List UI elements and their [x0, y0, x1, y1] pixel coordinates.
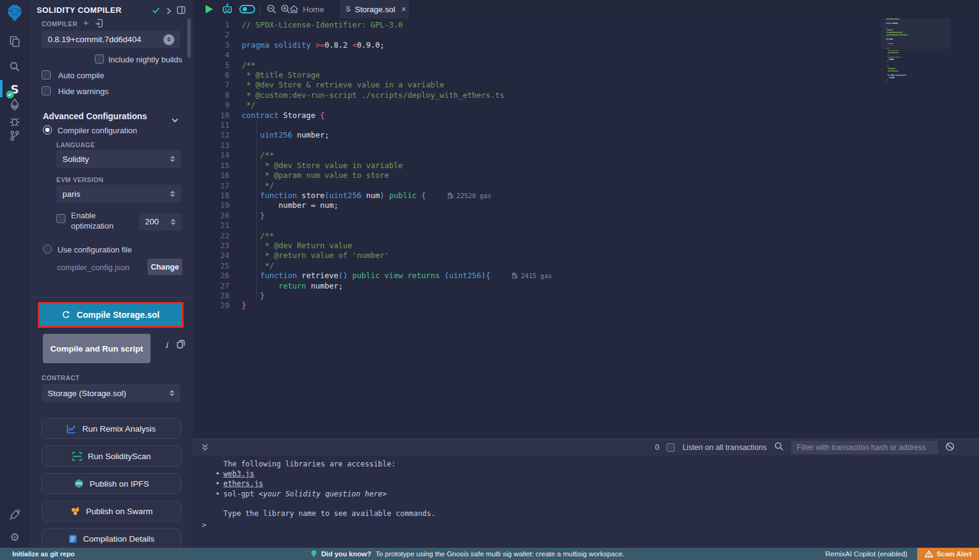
file-explorer-icon[interactable]: [0, 35, 29, 48]
terminal-link[interactable]: ethers.js: [223, 479, 263, 488]
compile-button[interactable]: Compile Storage.sol: [40, 304, 182, 326]
code-line[interactable]: 29}: [193, 301, 552, 311]
code-line[interactable]: 9 */: [193, 100, 552, 110]
tab-storage-sol[interactable]: S Storage.sol ×: [340, 0, 409, 18]
transaction-filter-input[interactable]: [791, 441, 938, 454]
code-line[interactable]: 5/**: [193, 61, 552, 70]
code-line[interactable]: 13: [193, 141, 552, 150]
code-line[interactable]: 21: [193, 221, 552, 230]
ai-assistant-robot-icon[interactable]: [221, 3, 234, 18]
advanced-configurations-title[interactable]: Advanced Configurations: [43, 111, 147, 121]
listen-all-transactions-checkbox[interactable]: [666, 443, 675, 452]
lightbulb-icon: [311, 550, 317, 558]
compilation-details-button[interactable]: Compilation Details: [42, 528, 181, 549]
code-editor[interactable]: 1// SPDX-License-Identifier: GPL-3.02 3p…: [193, 18, 979, 438]
did-you-know-tip: Did you know? To prototype using the Gno…: [311, 548, 624, 560]
line-number: 28: [193, 291, 229, 301]
code-line[interactable]: 2: [193, 30, 552, 40]
code-line[interactable]: 25 */: [193, 261, 552, 271]
code-line[interactable]: 24 * @return value of 'number': [193, 251, 552, 260]
run-solidityscan-button[interactable]: Run SolidityScan: [42, 446, 181, 466]
publish-on-ipfs-button[interactable]: IPFS Publish on IPFS: [42, 473, 181, 494]
code-line[interactable]: 19 number = num;: [193, 201, 552, 210]
line-number: 9: [193, 100, 229, 110]
settings-gear-icon[interactable]: ⚙: [0, 531, 29, 544]
add-custom-compiler-icon[interactable]: +: [83, 17, 89, 28]
chevron-down-icon[interactable]: [171, 114, 179, 125]
minimap-line: [886, 57, 945, 58]
run-remix-analysis-button[interactable]: Run Remix Analysis: [42, 418, 181, 439]
zoom-out-icon[interactable]: [266, 4, 277, 17]
code-line[interactable]: 12 uint256 number;: [193, 130, 552, 140]
git-icon[interactable]: [0, 130, 29, 142]
code-line[interactable]: 28 }: [193, 291, 552, 301]
search-icon[interactable]: [0, 61, 29, 73]
hide-warnings-checkbox[interactable]: [42, 86, 51, 95]
code-line[interactable]: 6 * @title Storage: [193, 70, 552, 80]
code-line[interactable]: 22 /**: [193, 231, 552, 241]
compiler-configuration-radio[interactable]: [43, 125, 52, 134]
scam-alert-button[interactable]: Scam Alert: [917, 548, 979, 560]
code-line[interactable]: 11: [193, 120, 552, 130]
code-line[interactable]: 4: [193, 50, 552, 60]
include-nightly-checkbox[interactable]: [95, 54, 104, 64]
version-stepper-icon: [163, 34, 174, 45]
terminal-output: The following libraries are accessible:•…: [223, 459, 436, 518]
code-line[interactable]: 23 * @dev Return value: [193, 241, 552, 251]
deploy-run-icon[interactable]: [0, 98, 29, 111]
remix-ide: S ⚙ SOLIDITY COMPILER: [0, 0, 979, 560]
plugin-manager-icon[interactable]: [0, 507, 29, 521]
terminal-link[interactable]: web3.js: [223, 470, 255, 478]
code-line[interactable]: 1// SPDX-License-Identifier: GPL-3.0: [193, 20, 552, 30]
code-line[interactable]: 8 * @custom:dev-run-script ./scripts/dep…: [193, 90, 552, 100]
code-line[interactable]: 7 * @dev Store & retrieve value in a var…: [193, 80, 552, 90]
auto-compile-checkbox[interactable]: [42, 70, 51, 79]
panel-scrollbar[interactable]: [187, 18, 191, 57]
run-script-play-icon[interactable]: [206, 5, 213, 13]
code-line[interactable]: 26 function retrieve() public view retur…: [193, 271, 552, 281]
enable-optimization-checkbox[interactable]: [56, 214, 65, 223]
clear-console-icon[interactable]: [945, 442, 955, 454]
code-line[interactable]: 3pragma solidity >=0.8.2 <0.9.0;: [193, 40, 552, 50]
line-number: 26: [193, 271, 229, 281]
close-tab-icon[interactable]: ×: [401, 4, 406, 14]
line-number: 13: [193, 141, 229, 150]
pin-panel-icon[interactable]: [177, 6, 185, 17]
code-line[interactable]: 10contract Storage {: [193, 111, 552, 120]
code-line[interactable]: 20 }: [193, 211, 552, 221]
terminal-prompt[interactable]: >: [202, 520, 207, 529]
compiler-version-select[interactable]: 0.8.19+commit.7dd6d404: [42, 31, 181, 48]
chevron-right-icon[interactable]: [166, 6, 171, 17]
editor-minimap[interactable]: [886, 18, 945, 312]
expand-terminal-icon[interactable]: [201, 443, 209, 454]
line-number: 14: [193, 150, 229, 160]
solidity-compiler-icon[interactable]: S: [0, 81, 29, 98]
use-configuration-file-radio[interactable]: [43, 245, 52, 254]
contract-select[interactable]: Storage (Storage.sol): [42, 384, 181, 402]
terminal-search-icon: [774, 441, 784, 454]
code-line[interactable]: 27 return number;: [193, 281, 552, 291]
tab-home[interactable]: Home: [289, 0, 324, 18]
debugger-icon[interactable]: [0, 115, 29, 127]
publish-on-swarm-button[interactable]: Publish on Swarm: [42, 501, 181, 521]
terminal-line: [223, 499, 436, 509]
code-line[interactable]: 16 * @param num value to store: [193, 171, 552, 180]
code-line[interactable]: 17 */: [193, 181, 552, 191]
code-line[interactable]: 15 * @dev Store value in variable: [193, 161, 552, 171]
copilot-status[interactable]: RemixAI Copilot (enabled): [825, 550, 907, 558]
change-config-button[interactable]: Change: [147, 259, 182, 275]
code-line[interactable]: 14 /**: [193, 150, 552, 160]
import-compiler-icon[interactable]: [95, 19, 103, 30]
copilot-toggle-icon[interactable]: [239, 5, 255, 16]
compile-and-run-script-button[interactable]: Compile and Run script: [43, 334, 151, 363]
copy-icon[interactable]: [177, 340, 185, 351]
evm-version-select[interactable]: paris: [56, 185, 181, 203]
icon-sidebar: S ⚙: [0, 0, 29, 548]
info-icon[interactable]: i: [165, 340, 168, 350]
compiler-section-label: COMPILER: [42, 20, 78, 28]
language-select[interactable]: Solidity: [56, 150, 181, 168]
code-line[interactable]: 18 function store(uint256 num) public {2…: [193, 191, 552, 201]
optimization-runs-input[interactable]: 200: [139, 213, 182, 230]
git-init-status[interactable]: Initialize as git repo: [12, 548, 75, 560]
remix-logo-icon[interactable]: [0, 4, 29, 23]
